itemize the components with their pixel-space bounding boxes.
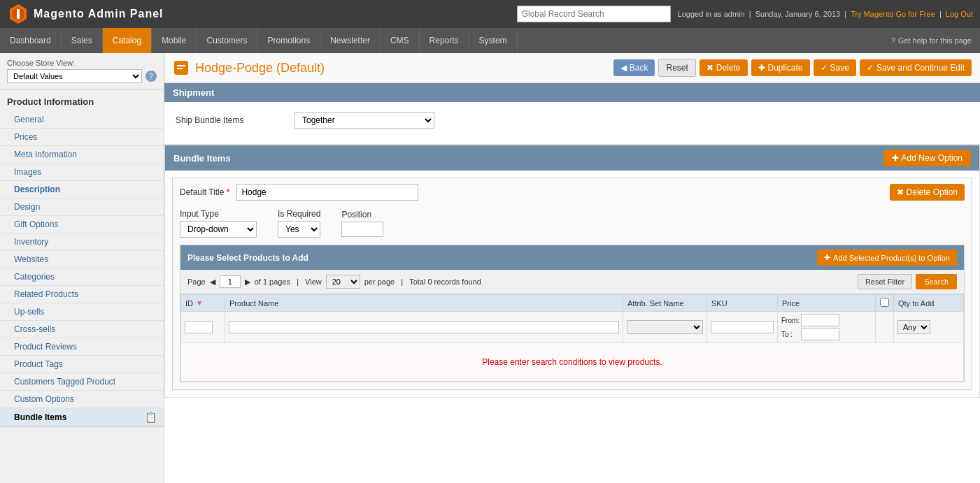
filter-id-input[interactable]	[185, 321, 213, 333]
sidebar-item-meta[interactable]: Meta Information	[0, 146, 164, 164]
filter-sku-input[interactable]	[711, 321, 774, 333]
bundle-items-nav-label: Bundle Items	[14, 412, 66, 422]
nav-item-system[interactable]: System	[469, 28, 518, 53]
shipment-section-header: Shipment	[164, 83, 980, 102]
col-header-attrib: Attrib. Set Name	[623, 295, 707, 312]
sidebar-item-bundle-items[interactable]: Bundle Items 📋	[0, 408, 164, 427]
store-view-label: Choose Store View:	[7, 59, 157, 67]
input-type-select[interactable]: Drop-down Radio Buttons Checkbox Multi S…	[180, 221, 257, 238]
magento-logo-icon	[7, 3, 29, 25]
prev-page-btn[interactable]: ◀	[210, 277, 215, 287]
sidebar-item-websites[interactable]: Websites	[0, 251, 164, 268]
bundle-option-header: Default Title * ✖ Delete Option	[173, 178, 972, 206]
sidebar-item-categories[interactable]: Categories	[0, 268, 164, 286]
required-star: *	[227, 187, 230, 197]
add-selected-icon: ✚	[824, 253, 830, 262]
ship-bundle-label: Ship Bundle Items	[176, 115, 287, 125]
default-title-input[interactable]	[236, 184, 418, 201]
store-view-select[interactable]: Default Values	[7, 69, 142, 83]
nav-item-promotions[interactable]: Promotions	[258, 28, 321, 53]
filter-checkbox-cell	[876, 312, 894, 343]
delete-option-button[interactable]: ✖ Delete Option	[890, 184, 965, 201]
save-continue-icon: ✓	[867, 63, 874, 73]
sidebar-item-up-sells[interactable]: Up-sells	[0, 303, 164, 321]
sidebar-item-product-reviews[interactable]: Product Reviews	[0, 338, 164, 356]
sidebar-item-custom-options[interactable]: Custom Options	[0, 391, 164, 408]
store-view-help-icon[interactable]: ?	[145, 71, 157, 82]
sort-arrow-id[interactable]: ▼	[196, 299, 203, 307]
reset-filter-button[interactable]: Reset Filter	[858, 274, 912, 289]
bundle-option-box: Default Title * ✖ Delete Option Input Ty…	[172, 178, 972, 390]
sidebar-item-general[interactable]: General	[0, 111, 164, 129]
page-number-input[interactable]	[220, 275, 241, 288]
price-to-input[interactable]	[801, 328, 839, 340]
filter-name-input[interactable]	[229, 321, 619, 333]
nav-item-sales[interactable]: Sales	[62, 28, 103, 53]
ship-bundle-select[interactable]: Together Separately	[294, 112, 434, 129]
filter-qty-select[interactable]: Any 1 2	[897, 320, 930, 334]
product-info-heading: Product Information	[0, 89, 164, 111]
page-title-area: Hodge-Podge (Default)	[173, 59, 325, 76]
nav-item-dashboard[interactable]: Dashboard	[0, 28, 62, 53]
duplicate-button[interactable]: ✚ Duplicate	[751, 59, 810, 76]
try-magento-link[interactable]: Try Magento Go for Free	[851, 10, 935, 18]
add-new-option-button[interactable]: ✚ Add New Option	[883, 150, 971, 166]
col-header-id: ID ▼	[181, 295, 225, 312]
add-option-icon: ✚	[892, 153, 899, 163]
input-type-label: Input Type	[180, 209, 257, 219]
is-required-select[interactable]: Yes No	[278, 221, 320, 238]
delete-button[interactable]: ✖ Delete	[700, 59, 748, 76]
products-select-header: Please Select Products to Add ✚ Add Sele…	[180, 245, 964, 270]
reset-button[interactable]: Reset	[658, 59, 695, 77]
nav-item-newsletter[interactable]: Newsletter	[320, 28, 381, 53]
products-select-section: Please Select Products to Add ✚ Add Sele…	[180, 245, 965, 382]
filter-qty-cell: Any 1 2	[894, 312, 964, 343]
add-selected-products-button[interactable]: ✚ Add Selected Product(s) to Option	[817, 250, 957, 266]
default-title-row: Default Title *	[180, 184, 418, 201]
search-products-button[interactable]: Search	[916, 274, 957, 289]
nav-item-reports[interactable]: Reports	[420, 28, 469, 53]
back-button[interactable]: ◀ Back	[613, 59, 655, 76]
global-search-input[interactable]	[517, 6, 671, 22]
sidebar-item-inventory[interactable]: Inventory	[0, 233, 164, 251]
table-filter-row: From: To :	[181, 312, 964, 343]
col-header-qty: Qty to Add	[894, 295, 964, 312]
sidebar-item-cross-sells[interactable]: Cross-sells	[0, 321, 164, 338]
no-results-row: Please enter search conditions to view p…	[181, 343, 964, 382]
select-all-checkbox[interactable]	[880, 298, 889, 307]
sidebar-item-description[interactable]: Description	[0, 181, 164, 199]
page-icon	[173, 59, 190, 76]
delete-icon: ✖	[706, 63, 713, 73]
nav-item-catalog[interactable]: Catalog	[103, 28, 152, 53]
sidebar-item-customers-tagged[interactable]: Customers Tagged Product	[0, 373, 164, 391]
duplicate-icon: ✚	[758, 63, 765, 73]
save-button[interactable]: ✓ Save	[814, 59, 856, 76]
logo-area: Magento Admin Panel	[7, 3, 164, 25]
sidebar-item-design[interactable]: Design	[0, 199, 164, 216]
position-label: Position	[341, 210, 383, 219]
col-header-sku: SKU	[707, 295, 778, 312]
nav-bar: Dashboard Sales Catalog Mobile Customers…	[0, 28, 980, 53]
nav-item-mobile[interactable]: Mobile	[152, 28, 197, 53]
bundle-items-scroll-icon: 📋	[145, 412, 157, 423]
col-header-price: Price	[778, 295, 876, 312]
save-continue-button[interactable]: ✓ Save and Continue Edit	[860, 59, 972, 76]
input-type-field: Input Type Drop-down Radio Buttons Check…	[180, 209, 257, 238]
sidebar-item-images[interactable]: Images	[0, 164, 164, 181]
sidebar-item-related-products[interactable]: Related Products	[0, 286, 164, 303]
nav-item-customers[interactable]: Customers	[197, 28, 257, 53]
price-from-input[interactable]	[801, 314, 839, 326]
position-input[interactable]	[341, 222, 383, 237]
per-page-select[interactable]: 20 50 100 200	[326, 275, 360, 289]
bundle-items-section-header: Bundle Items ✚ Add New Option	[165, 145, 979, 171]
prev-page-btn2[interactable]: ▶	[245, 277, 250, 287]
sidebar-item-gift-options[interactable]: Gift Options	[0, 216, 164, 233]
nav-help[interactable]: ? Get help for this page	[891, 36, 980, 45]
sidebar-item-prices[interactable]: Prices	[0, 129, 164, 146]
logout-link[interactable]: Log Out	[946, 10, 973, 18]
nav-item-cms[interactable]: CMS	[381, 28, 420, 53]
filter-attrib-select[interactable]	[627, 320, 703, 334]
svg-rect-4	[177, 65, 185, 66]
content-area: Hodge-Podge (Default) ◀ Back Reset ✖ Del…	[164, 53, 980, 483]
sidebar-item-product-tags[interactable]: Product Tags	[0, 356, 164, 373]
